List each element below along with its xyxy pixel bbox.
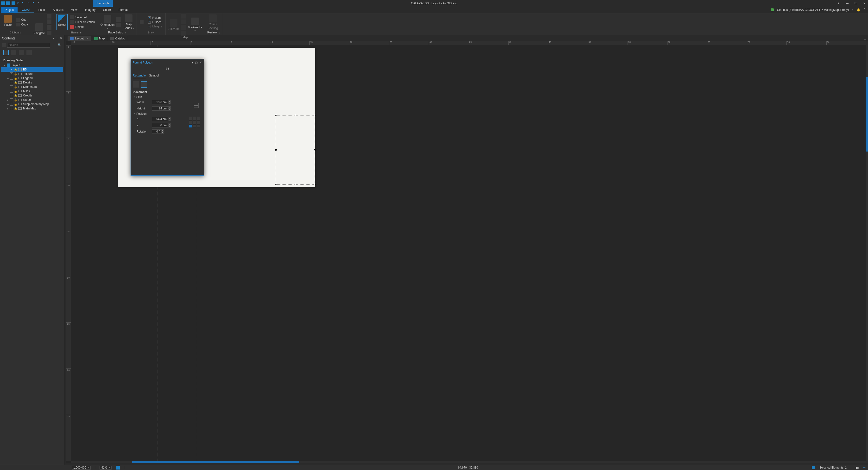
contents-item[interactable]: 🔒Miles bbox=[1, 89, 63, 93]
ribbon-tab-project[interactable]: Project bbox=[1, 7, 18, 13]
collapse-ribbon-icon[interactable]: ˄ bbox=[864, 8, 865, 11]
aspect-lock-toggle[interactable] bbox=[194, 103, 198, 108]
element-type-view-icon[interactable] bbox=[11, 50, 17, 55]
redo-dropdown-icon[interactable]: ▾ bbox=[33, 1, 36, 5]
contents-item[interactable]: 🔒Texture bbox=[1, 72, 63, 76]
qat-customize-icon[interactable]: ▾ bbox=[38, 1, 42, 5]
save-icon[interactable] bbox=[11, 1, 16, 5]
lock-icon[interactable]: 🔒 bbox=[14, 98, 17, 101]
dialog-launcher-icon[interactable]: ↘ bbox=[125, 31, 126, 34]
rulers-dropdown-icon[interactable] bbox=[139, 20, 144, 24]
expand-icon[interactable]: ▸ bbox=[7, 98, 9, 101]
ruler-vertical[interactable]: -505101520253035 bbox=[66, 45, 71, 461]
ribbon-tab-insert[interactable]: Insert bbox=[34, 7, 49, 13]
fixed-zoom-in-icon[interactable] bbox=[46, 20, 52, 24]
select-button[interactable]: Select ▾ bbox=[57, 14, 68, 30]
lock-icon[interactable]: 🔒 bbox=[14, 72, 17, 76]
visibility-checkbox[interactable] bbox=[10, 68, 13, 71]
visibility-checkbox[interactable] bbox=[10, 107, 13, 110]
new-project-icon[interactable] bbox=[1, 1, 5, 5]
format-polygon-panel[interactable]: Format Polygon ▾ ▢ ✕ B5 Rectangle Symbol… bbox=[130, 59, 204, 176]
guides-toggle[interactable]: Guides bbox=[147, 20, 163, 24]
spinner-up-icon[interactable]: ▴ bbox=[168, 117, 171, 119]
visibility-checkbox[interactable] bbox=[10, 90, 13, 93]
collapse-icon[interactable]: ▾ bbox=[3, 64, 6, 67]
panel-close-icon[interactable]: ✕ bbox=[199, 61, 202, 64]
drawing-order-view-icon[interactable] bbox=[3, 50, 9, 55]
expand-icon[interactable]: ▸ bbox=[7, 107, 9, 110]
spinner-down-icon[interactable]: ▾ bbox=[168, 119, 171, 121]
options-general-icon[interactable] bbox=[133, 81, 139, 88]
contents-item[interactable]: 🔓B5 bbox=[1, 67, 63, 72]
document-tab-layout[interactable]: Layout ✕ bbox=[68, 36, 91, 41]
expand-icon[interactable]: ▸ bbox=[7, 77, 9, 80]
contents-item[interactable]: ▸🔒Main Map bbox=[1, 106, 63, 111]
help-icon[interactable]: ? bbox=[836, 1, 841, 5]
scrollbar-horizontal[interactable] bbox=[71, 461, 866, 463]
options-placement-icon[interactable] bbox=[141, 81, 147, 88]
height-input[interactable] bbox=[152, 106, 168, 111]
pane-options-icon[interactable]: ▾ bbox=[53, 36, 54, 40]
contents-item[interactable]: ▸🔒Supplementary Map bbox=[1, 102, 63, 106]
lock-icon[interactable]: 🔒 bbox=[14, 103, 17, 106]
open-project-icon[interactable] bbox=[6, 1, 10, 5]
fixed-zoom-out-icon[interactable] bbox=[46, 25, 52, 30]
zoom-combo[interactable]: 41% bbox=[99, 466, 112, 470]
pause-drawing-icon[interactable]: ▮▮ bbox=[856, 466, 859, 469]
spinner-up-icon[interactable]: ▴ bbox=[161, 129, 164, 131]
width-input[interactable] bbox=[152, 100, 168, 105]
lock-icon[interactable]: 🔒 bbox=[14, 94, 17, 97]
format-tab-rectangle[interactable]: Rectangle bbox=[133, 73, 146, 79]
lock-icon[interactable]: 🔒 bbox=[14, 77, 17, 80]
anchor-picker[interactable] bbox=[189, 117, 200, 128]
page-setup-icon[interactable] bbox=[116, 23, 121, 27]
visibility-checkbox[interactable] bbox=[10, 85, 13, 88]
spinner-up-icon[interactable]: ▴ bbox=[168, 100, 171, 102]
ruler-horizontal[interactable]: -15-10-505101520253035404550556065707580 bbox=[71, 41, 866, 45]
pane-autohide-icon[interactable]: ⟂ bbox=[56, 36, 58, 40]
contents-item[interactable]: ▸🔒Globe bbox=[1, 98, 63, 102]
close-icon[interactable]: ✕ bbox=[862, 1, 867, 5]
contents-item[interactable]: 🔒Details bbox=[1, 80, 63, 85]
document-tab-map[interactable]: Map bbox=[92, 36, 107, 41]
delete-button[interactable]: Delete bbox=[69, 25, 95, 29]
ribbon-tab-imagery[interactable]: Imagery bbox=[81, 7, 99, 13]
spinner-down-icon[interactable]: ▾ bbox=[161, 131, 164, 134]
anchor-bottom-left[interactable] bbox=[189, 124, 192, 128]
clear-selection-button[interactable]: Clear Selection bbox=[69, 20, 95, 24]
cut-button[interactable]: Cut bbox=[16, 18, 28, 22]
full-extent-icon[interactable] bbox=[46, 14, 52, 19]
rulers-toggle[interactable]: Rulers bbox=[147, 16, 163, 20]
zoom-full-icon[interactable] bbox=[116, 466, 120, 470]
redo-icon[interactable]: ↷ bbox=[27, 1, 31, 5]
panel-options-icon[interactable]: ▾ bbox=[192, 61, 193, 64]
contents-search-input[interactable] bbox=[7, 43, 50, 48]
x-input[interactable] bbox=[152, 117, 168, 121]
user-label[interactable]: Staridas (STARIDAS GEOGRAPHY MakingMapsP… bbox=[777, 8, 849, 11]
user-menu-dropdown-icon[interactable]: ▾ bbox=[852, 9, 853, 11]
ribbon-tab-share[interactable]: Share bbox=[99, 7, 115, 13]
rotation-input[interactable] bbox=[152, 129, 161, 134]
lock-icon[interactable]: 🔒 bbox=[14, 107, 17, 110]
orientation-button[interactable]: Orientation ▾ bbox=[100, 15, 115, 29]
scrollbar-vertical[interactable] bbox=[866, 41, 868, 463]
spinner-up-icon[interactable]: ▴ bbox=[168, 123, 171, 125]
contents-item[interactable]: 🔒Kilometers bbox=[1, 85, 63, 89]
unlock-icon[interactable]: 🔓 bbox=[14, 68, 17, 71]
undo-icon[interactable]: ↶ bbox=[17, 1, 21, 5]
notifications-icon[interactable]: 🔔 bbox=[857, 8, 860, 11]
margins-toggle[interactable]: Margins bbox=[147, 25, 163, 28]
contents-item[interactable]: 🔒Credits bbox=[1, 93, 63, 98]
refresh-icon[interactable]: ⟳ bbox=[863, 466, 866, 469]
panel-maximize-icon[interactable]: ▢ bbox=[195, 61, 198, 64]
paste-button[interactable]: Paste ▾ bbox=[2, 15, 13, 29]
filter-icon[interactable] bbox=[2, 43, 6, 47]
pane-close-icon[interactable]: ✕ bbox=[60, 36, 62, 40]
scale-combo[interactable]: 1:600,000 bbox=[72, 466, 91, 470]
map-frame-view-icon[interactable] bbox=[19, 50, 24, 55]
lock-icon[interactable]: 🔒 bbox=[14, 90, 17, 93]
page-size-icon[interactable] bbox=[116, 17, 121, 22]
ribbon-tab-analysis[interactable]: Analysis bbox=[49, 7, 67, 13]
lock-icon[interactable]: 🔒 bbox=[14, 81, 17, 84]
ribbon-tab-layout[interactable]: Layout bbox=[18, 7, 34, 13]
